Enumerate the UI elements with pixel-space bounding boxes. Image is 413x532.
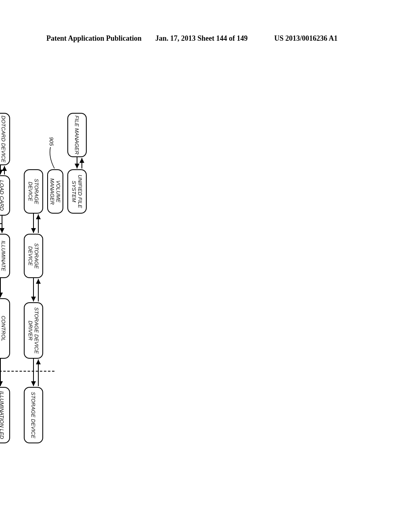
box-file-manager: FILE MANAGER: [67, 113, 87, 157]
box-dotcard-device-controller: DOTCARD DEVICE CONTROLLER: [0, 113, 10, 165]
header-left: Patent Application Publication: [46, 34, 142, 43]
header-right: US 2013/0016236 A1: [274, 34, 338, 43]
box-volume-manager: VOLUME MANAGER: [47, 169, 63, 214]
box-storage-device-3: STORAGE DEVICE: [24, 387, 43, 443]
box-storage-device-driver: STORAGE DEVICE DRIVER: [24, 302, 43, 359]
ref-905: 905: [48, 137, 54, 146]
box-unified-file-system: UNIFIED FILE SYSTEM: [67, 169, 87, 214]
box-illumination-led: ILLUMINATION LED: [0, 387, 10, 443]
box-control-illumination-led: CONTROL ILLUMINATION LED: [0, 298, 10, 359]
box-illuminate-card: ILLUMINATE CARD: [0, 234, 10, 278]
box-storage-device-2: STORAGE DEVICE: [24, 234, 43, 278]
box-storage-device-1: STORAGE DEVICE: [24, 169, 43, 214]
header-center: Jan. 17, 2013 Sheet 144 of 149: [155, 34, 248, 43]
box-load-card: LOAD CARD: [0, 175, 10, 216]
diagram-container: FILE MANAGER UNIFIED FILE SYSTEM VOLUME …: [0, 113, 87, 435]
dashed-separator: [0, 371, 54, 372]
